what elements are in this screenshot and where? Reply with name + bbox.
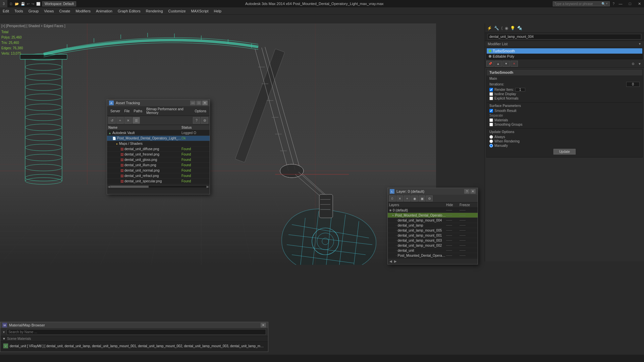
asset-tracking-row-9[interactable]: 🖼dental_unit_specular.pngFound bbox=[107, 179, 210, 184]
asset-tracking-row-5[interactable]: 🖼dental_unit_gloss.pngFound bbox=[107, 157, 210, 163]
menu-tools[interactable]: Tools bbox=[12, 8, 26, 14]
create-icon[interactable]: ⚡ bbox=[486, 25, 493, 31]
layer-row-8[interactable]: ·dental_unit———— bbox=[388, 248, 478, 253]
layer-row-1[interactable]: ▸Post_Mounted_Dental_Operatory_Light———— bbox=[388, 213, 478, 218]
at-tool-help[interactable]: ? bbox=[193, 117, 200, 124]
close-button[interactable]: ✕ bbox=[635, 0, 644, 7]
minimize-button[interactable]: — bbox=[616, 0, 625, 7]
at-menu-file[interactable]: File bbox=[122, 109, 131, 113]
modifier-info-icon[interactable]: ▼ bbox=[637, 62, 643, 66]
layer-row-5[interactable]: ·dental_unit_lamp_mount_001———— bbox=[388, 233, 478, 238]
mb-material-label[interactable]: dental_unit [ VRayMtl ] [ dental_unit, d… bbox=[10, 344, 265, 348]
redo-icon[interactable]: ↪ bbox=[31, 2, 35, 6]
at-menu-server[interactable]: Server bbox=[108, 109, 122, 113]
lp-nav-right[interactable]: ▶ bbox=[393, 259, 398, 263]
asset-tracking-scrollbar[interactable]: ◀ ▶ bbox=[107, 184, 210, 189]
modifier-editable-poly[interactable]: Editable Poly bbox=[487, 54, 642, 59]
modifier-dropdown-arrow[interactable]: ▼ bbox=[638, 42, 641, 46]
at-scroll-track[interactable] bbox=[110, 185, 207, 188]
layer-row-7[interactable]: ·dental_unit_lamp_mount_002———— bbox=[388, 243, 478, 248]
undo-icon[interactable]: ↩ bbox=[26, 2, 30, 6]
search-icon[interactable]: 🔍 bbox=[601, 2, 605, 6]
asset-tracking-row-3[interactable]: 🖼dental_unit_diffuse.pngFound bbox=[107, 146, 210, 152]
material-browser-close[interactable]: ✕ bbox=[261, 323, 266, 327]
material-browser-title-bar[interactable]: M Material/Map Browser ✕ bbox=[0, 322, 268, 328]
always-radio[interactable] bbox=[489, 135, 493, 139]
modifier-pin-icon[interactable]: 📌 bbox=[486, 61, 494, 67]
maximize-button[interactable]: □ bbox=[625, 0, 635, 7]
at-close-button[interactable]: ✕ bbox=[202, 101, 208, 105]
lp-tool-delete[interactable]: ✕ bbox=[396, 195, 403, 201]
when-rendering-radio[interactable] bbox=[489, 139, 493, 143]
materials-checkbox[interactable] bbox=[489, 118, 493, 122]
menu-help[interactable]: Help bbox=[211, 8, 224, 14]
smooth-result-checkbox[interactable] bbox=[489, 109, 493, 113]
layer-row-0[interactable]: ◉0 (default)———— bbox=[388, 208, 478, 213]
modify-icon[interactable]: 🔧 bbox=[493, 25, 500, 31]
scene-icon[interactable]: ⬜ bbox=[36, 2, 41, 6]
modifier-settings-icon[interactable]: ⚙ bbox=[630, 62, 636, 66]
menu-maxscript[interactable]: MAXScript bbox=[189, 8, 211, 14]
asset-tracking-row-7[interactable]: 🖼dental_unit_normal.pngFound bbox=[107, 168, 210, 173]
modifier-delete-icon[interactable]: ✕ bbox=[511, 61, 518, 67]
filter-icon[interactable]: ▼ bbox=[605, 2, 608, 5]
iterations-input[interactable] bbox=[626, 82, 640, 87]
asset-tracking-row-2[interactable]: ▸Maps / Shaders bbox=[107, 141, 210, 146]
at-maximize-button[interactable]: □ bbox=[196, 101, 202, 105]
lp-tool-select-objects[interactable]: ◉ bbox=[411, 195, 418, 201]
lp-tool-add-selected[interactable]: + bbox=[404, 195, 411, 201]
modifier-move-up-icon[interactable]: ▲ bbox=[494, 61, 502, 67]
smoothing-groups-checkbox[interactable] bbox=[489, 123, 493, 126]
lp-help-button[interactable]: ? bbox=[464, 189, 470, 194]
menu-modifiers[interactable]: Modifiers bbox=[73, 8, 93, 14]
new-icon[interactable]: 🗋 bbox=[9, 2, 13, 6]
asset-tracking-row-0[interactable]: ▲Autodesk VaultLogged O bbox=[107, 130, 210, 136]
motion-icon[interactable]: ◉ bbox=[504, 25, 509, 31]
at-scroll-left[interactable]: ◀ bbox=[108, 185, 110, 188]
at-tool-refresh[interactable]: ↺ bbox=[108, 117, 116, 124]
layer-row-2[interactable]: ·dental_unit_lamp_mount_004———— bbox=[388, 218, 478, 223]
hierarchy-icon[interactable]: ⟨ bbox=[500, 25, 503, 31]
menu-create[interactable]: Create bbox=[56, 8, 73, 14]
lp-tool-settings[interactable]: ⚙ bbox=[426, 195, 433, 201]
layer-panel-title-bar[interactable]: L Layer: 0 (default) ? ✕ bbox=[388, 188, 478, 195]
layer-row-6[interactable]: ·dental_unit_lamp_mount_003———— bbox=[388, 238, 478, 243]
display-icon[interactable]: 💡 bbox=[509, 25, 516, 31]
modifier-move-down-icon[interactable]: ▼ bbox=[502, 61, 510, 67]
save-icon[interactable]: 💾 bbox=[20, 2, 25, 6]
at-menu-options[interactable]: Options bbox=[193, 109, 208, 113]
lp-tool-select-layer[interactable]: ▣ bbox=[419, 195, 425, 201]
lp-close-button[interactable]: ✕ bbox=[470, 189, 476, 194]
asset-tracking-row-4[interactable]: 🖼dental_unit_fresnel.pngFound bbox=[107, 152, 210, 157]
layer-row-3[interactable]: ·dental_unit_lamp———— bbox=[388, 223, 478, 228]
workspace-selector[interactable]: Workspace: Default bbox=[42, 1, 76, 6]
menu-views[interactable]: Views bbox=[41, 8, 56, 14]
search-input[interactable] bbox=[554, 2, 601, 6]
at-minimize-button[interactable]: — bbox=[190, 101, 196, 105]
asset-tracking-title-bar[interactable]: A Asset Tracking — □ ✕ bbox=[107, 100, 210, 106]
at-tool-list[interactable]: ☰ bbox=[132, 117, 140, 124]
at-menu-bitmap[interactable]: Bitmap Performance and Memory bbox=[144, 107, 193, 115]
at-tool-remove[interactable]: ✕ bbox=[124, 117, 132, 124]
layer-row-9[interactable]: ·Post_Mounted_Dental_Operatory_Light———— bbox=[388, 253, 478, 258]
open-icon[interactable]: 📂 bbox=[14, 2, 19, 6]
update-button[interactable]: Update bbox=[553, 149, 576, 155]
menu-rendering[interactable]: Rendering bbox=[143, 8, 166, 14]
menu-group[interactable]: Group bbox=[26, 8, 42, 14]
modifier-turbosmooth[interactable]: TurboSmooth bbox=[487, 48, 642, 54]
at-tool-add[interactable]: + bbox=[116, 117, 124, 124]
manually-radio[interactable] bbox=[489, 144, 493, 147]
asset-tracking-row-8[interactable]: 🖼dental_unit_refract.pngFound bbox=[107, 173, 210, 179]
menu-animation[interactable]: Animation bbox=[93, 8, 115, 14]
at-menu-paths[interactable]: Paths bbox=[132, 109, 145, 113]
menu-edit[interactable]: Edit bbox=[0, 8, 12, 14]
mb-toggle-arrow[interactable]: ▼ bbox=[2, 337, 6, 341]
at-scroll-right[interactable]: ▶ bbox=[207, 185, 209, 188]
asset-tracking-row-6[interactable]: 🖼dental_unit_illum.pngFound bbox=[107, 163, 210, 168]
isoline-checkbox[interactable] bbox=[489, 92, 493, 96]
layer-row-4[interactable]: ·dental_unit_lamp_mount_005———— bbox=[388, 228, 478, 233]
menu-customize[interactable]: Customize bbox=[166, 8, 189, 14]
asset-tracking-row-1[interactable]: 📄Post_Mounted_Dental_Operatory_Light_max… bbox=[107, 136, 210, 141]
lp-nav-left[interactable]: ◀ bbox=[388, 259, 393, 263]
at-tool-settings[interactable]: ⚙ bbox=[201, 117, 208, 124]
